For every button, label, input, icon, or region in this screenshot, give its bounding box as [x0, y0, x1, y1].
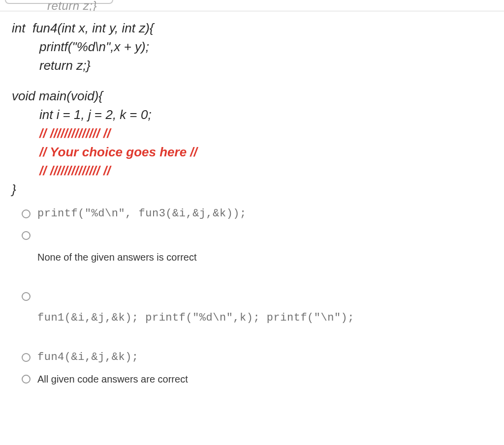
- option-3-label: fun1(&i,&j,&k); printf("%d\n",k); printf…: [37, 290, 492, 325]
- answer-options: printf("%d\n", fun3(&i,&j,&k)); None of …: [12, 208, 492, 386]
- comment-line-3: // ////////////// //: [39, 163, 110, 178]
- comment-line-2: // Your choice goes here //: [39, 145, 197, 159]
- option-2-label: None of the given answers is correct: [37, 229, 492, 264]
- radio-icon[interactable]: [22, 375, 31, 384]
- radio-icon[interactable]: [22, 292, 31, 301]
- option-3[interactable]: fun1(&i,&j,&k); printf("%d\n",k); printf…: [12, 290, 492, 325]
- code-line-5c: 2, k: [102, 107, 129, 122]
- code-line-5b: 1, j: [70, 107, 94, 122]
- radio-icon[interactable]: [22, 209, 31, 218]
- radio-icon[interactable]: [22, 231, 31, 240]
- code-line-1: int fun4(int x, int y, int z){: [12, 21, 154, 35]
- option-4[interactable]: fun4(&i,&j,&k);: [12, 351, 492, 364]
- code-line-3: return z;}: [39, 58, 91, 73]
- option-5-label: All given code answers are correct: [37, 373, 492, 386]
- code-line-5d: 0;: [137, 107, 152, 122]
- option-5[interactable]: All given code answers are correct: [12, 373, 492, 386]
- code-line-2: printf("%d\n",x + y);: [39, 39, 149, 54]
- cutoff-code-line: return z;}: [12, 0, 492, 11]
- content-area: return z;} int fun4(int x, int y, int z)…: [12, 0, 492, 389]
- equals-sign: =: [63, 107, 70, 122]
- equals-sign: =: [94, 107, 102, 122]
- option-1-label: printf("%d\n", fun3(&i,&j,&k));: [37, 208, 492, 220]
- question-code-block: int fun4(int x, int y, int z){ printf("%…: [12, 19, 492, 199]
- option-4-label: fun4(&i,&j,&k);: [37, 351, 492, 364]
- option-2[interactable]: None of the given answers is correct: [12, 229, 492, 264]
- code-line-6: }: [12, 182, 16, 197]
- option-1[interactable]: printf("%d\n", fun3(&i,&j,&k));: [12, 208, 492, 220]
- equals-sign: =: [130, 107, 137, 122]
- radio-icon[interactable]: [22, 353, 31, 362]
- code-line-5a: int i: [39, 107, 63, 122]
- code-line-4: void main(void){: [12, 89, 103, 103]
- comment-line-1: // ////////////// //: [39, 126, 110, 141]
